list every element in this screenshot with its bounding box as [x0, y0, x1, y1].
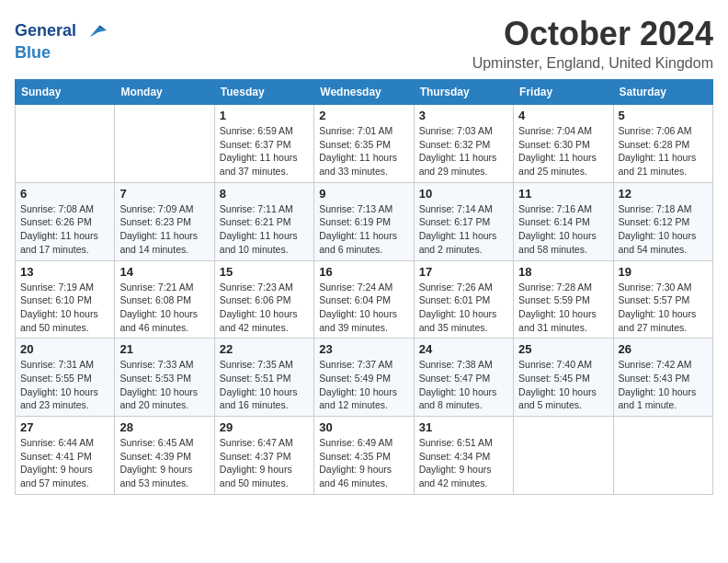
day-number: 17 — [419, 265, 508, 279]
logo-bird-icon — [83, 18, 108, 44]
day-info: Sunrise: 6:51 AMSunset: 4:34 PMDaylight:… — [419, 436, 508, 490]
calendar-cell: 26Sunrise: 7:42 AMSunset: 5:43 PMDayligh… — [613, 339, 712, 417]
calendar-cell: 4Sunrise: 7:04 AMSunset: 6:30 PMDaylight… — [514, 105, 613, 183]
day-info: Sunrise: 7:40 AMSunset: 5:45 PMDaylight:… — [518, 358, 608, 412]
day-number: 11 — [518, 187, 608, 201]
calendar-cell: 10Sunrise: 7:14 AMSunset: 6:17 PMDayligh… — [414, 182, 513, 260]
day-info: Sunrise: 6:45 AMSunset: 4:39 PMDaylight:… — [119, 436, 209, 490]
calendar-cell: 19Sunrise: 7:30 AMSunset: 5:57 PMDayligh… — [613, 260, 712, 339]
calendar-cell — [16, 105, 115, 183]
calendar-cell: 16Sunrise: 7:24 AMSunset: 6:04 PMDayligh… — [314, 260, 414, 339]
weekday-header-saturday: Saturday — [613, 80, 712, 105]
day-info: Sunrise: 6:49 AMSunset: 4:35 PMDaylight:… — [319, 436, 408, 490]
title-area: October 2024 Upminster, England, United … — [472, 15, 713, 72]
calendar-week-row: 27Sunrise: 6:44 AMSunset: 4:41 PMDayligh… — [16, 417, 713, 495]
day-info: Sunrise: 7:37 AMSunset: 5:49 PMDaylight:… — [319, 358, 408, 412]
day-number: 28 — [119, 420, 209, 434]
weekday-header-friday: Friday — [514, 80, 613, 105]
calendar-cell: 9Sunrise: 7:13 AMSunset: 6:19 PMDaylight… — [314, 182, 414, 260]
day-number: 21 — [119, 342, 209, 356]
calendar-cell: 23Sunrise: 7:37 AMSunset: 5:49 PMDayligh… — [314, 339, 414, 417]
day-info: Sunrise: 7:19 AMSunset: 6:10 PMDaylight:… — [20, 281, 109, 335]
day-number: 6 — [20, 187, 109, 201]
calendar-cell — [115, 105, 214, 183]
weekday-header-thursday: Thursday — [414, 80, 513, 105]
calendar-cell: 20Sunrise: 7:31 AMSunset: 5:55 PMDayligh… — [16, 339, 115, 417]
day-info: Sunrise: 7:30 AMSunset: 5:57 PMDaylight:… — [619, 281, 708, 335]
day-info: Sunrise: 7:23 AMSunset: 6:06 PMDaylight:… — [220, 281, 309, 335]
day-info: Sunrise: 7:26 AMSunset: 6:01 PMDaylight:… — [419, 281, 508, 335]
day-number: 15 — [220, 265, 309, 279]
day-info: Sunrise: 7:06 AMSunset: 6:28 PMDaylight:… — [619, 124, 708, 178]
day-info: Sunrise: 7:11 AMSunset: 6:21 PMDaylight:… — [220, 202, 309, 257]
day-info: Sunrise: 7:42 AMSunset: 5:43 PMDaylight:… — [619, 358, 708, 412]
day-number: 16 — [319, 265, 408, 279]
calendar-cell: 29Sunrise: 6:47 AMSunset: 4:37 PMDayligh… — [214, 417, 313, 495]
calendar-cell: 8Sunrise: 7:11 AMSunset: 6:21 PMDaylight… — [214, 182, 313, 260]
day-number: 29 — [220, 420, 309, 434]
day-info: Sunrise: 7:24 AMSunset: 6:04 PMDaylight:… — [319, 281, 408, 335]
calendar-week-row: 6Sunrise: 7:08 AMSunset: 6:26 PMDaylight… — [16, 182, 713, 260]
calendar-cell: 12Sunrise: 7:18 AMSunset: 6:12 PMDayligh… — [613, 182, 712, 260]
calendar-cell: 17Sunrise: 7:26 AMSunset: 6:01 PMDayligh… — [414, 260, 513, 339]
day-info: Sunrise: 7:09 AMSunset: 6:23 PMDaylight:… — [119, 202, 209, 257]
calendar-cell: 27Sunrise: 6:44 AMSunset: 4:41 PMDayligh… — [16, 417, 115, 495]
day-number: 10 — [419, 187, 508, 201]
calendar-cell: 30Sunrise: 6:49 AMSunset: 4:35 PMDayligh… — [314, 417, 414, 495]
calendar-cell: 11Sunrise: 7:16 AMSunset: 6:14 PMDayligh… — [514, 182, 613, 260]
calendar-cell: 25Sunrise: 7:40 AMSunset: 5:45 PMDayligh… — [514, 339, 613, 417]
calendar-week-row: 20Sunrise: 7:31 AMSunset: 5:55 PMDayligh… — [16, 339, 713, 417]
logo-line2: Blue — [15, 44, 108, 63]
day-info: Sunrise: 7:21 AMSunset: 6:08 PMDaylight:… — [119, 281, 209, 335]
page-header: General Blue October 2024 Upminster, Eng… — [15, 15, 713, 72]
calendar-cell: 15Sunrise: 7:23 AMSunset: 6:06 PMDayligh… — [214, 260, 313, 339]
logo: General Blue — [15, 18, 108, 63]
day-number: 19 — [619, 265, 708, 279]
day-number: 18 — [518, 265, 608, 279]
day-number: 14 — [119, 265, 209, 279]
calendar-cell — [514, 417, 613, 495]
day-info: Sunrise: 7:14 AMSunset: 6:17 PMDaylight:… — [419, 202, 508, 257]
day-info: Sunrise: 6:47 AMSunset: 4:37 PMDaylight:… — [220, 436, 309, 490]
day-number: 22 — [220, 342, 309, 356]
calendar-cell: 5Sunrise: 7:06 AMSunset: 6:28 PMDaylight… — [613, 105, 712, 183]
calendar-cell: 13Sunrise: 7:19 AMSunset: 6:10 PMDayligh… — [16, 260, 115, 339]
weekday-header-tuesday: Tuesday — [214, 80, 313, 105]
day-number: 23 — [319, 342, 408, 356]
day-info: Sunrise: 7:04 AMSunset: 6:30 PMDaylight:… — [518, 124, 608, 178]
day-number: 20 — [20, 342, 109, 356]
calendar-cell: 3Sunrise: 7:03 AMSunset: 6:32 PMDaylight… — [414, 105, 513, 183]
weekday-header-row: SundayMondayTuesdayWednesdayThursdayFrid… — [16, 80, 713, 105]
calendar-week-row: 1Sunrise: 6:59 AMSunset: 6:37 PMDaylight… — [16, 105, 713, 183]
calendar-cell: 2Sunrise: 7:01 AMSunset: 6:35 PMDaylight… — [314, 105, 414, 183]
calendar-week-row: 13Sunrise: 7:19 AMSunset: 6:10 PMDayligh… — [16, 260, 713, 339]
calendar-cell: 31Sunrise: 6:51 AMSunset: 4:34 PMDayligh… — [414, 417, 513, 495]
day-number: 1 — [220, 109, 309, 122]
day-number: 12 — [619, 187, 708, 201]
day-number: 9 — [319, 187, 408, 201]
day-number: 26 — [619, 342, 708, 356]
day-info: Sunrise: 7:13 AMSunset: 6:19 PMDaylight:… — [319, 202, 408, 257]
calendar-cell: 7Sunrise: 7:09 AMSunset: 6:23 PMDaylight… — [115, 182, 214, 260]
calendar-cell: 24Sunrise: 7:38 AMSunset: 5:47 PMDayligh… — [414, 339, 513, 417]
day-info: Sunrise: 7:38 AMSunset: 5:47 PMDaylight:… — [419, 358, 508, 412]
calendar-cell: 1Sunrise: 6:59 AMSunset: 6:37 PMDaylight… — [214, 105, 313, 183]
day-info: Sunrise: 7:18 AMSunset: 6:12 PMDaylight:… — [619, 202, 708, 257]
calendar-cell — [613, 417, 712, 495]
day-number: 30 — [319, 420, 408, 434]
weekday-header-wednesday: Wednesday — [314, 80, 414, 105]
day-info: Sunrise: 7:01 AMSunset: 6:35 PMDaylight:… — [319, 124, 408, 178]
calendar-cell: 14Sunrise: 7:21 AMSunset: 6:08 PMDayligh… — [115, 260, 214, 339]
location-title: Upminster, England, United Kingdom — [472, 55, 713, 72]
day-number: 4 — [518, 109, 608, 122]
day-info: Sunrise: 6:59 AMSunset: 6:37 PMDaylight:… — [220, 124, 309, 178]
day-info: Sunrise: 7:28 AMSunset: 5:59 PMDaylight:… — [518, 281, 608, 335]
day-info: Sunrise: 7:16 AMSunset: 6:14 PMDaylight:… — [518, 202, 608, 257]
calendar-cell: 18Sunrise: 7:28 AMSunset: 5:59 PMDayligh… — [514, 260, 613, 339]
logo-line1: General — [15, 18, 108, 44]
day-info: Sunrise: 7:03 AMSunset: 6:32 PMDaylight:… — [419, 124, 508, 178]
day-info: Sunrise: 6:44 AMSunset: 4:41 PMDaylight:… — [20, 436, 109, 490]
day-info: Sunrise: 7:35 AMSunset: 5:51 PMDaylight:… — [220, 358, 309, 412]
day-number: 25 — [518, 342, 608, 356]
weekday-header-monday: Monday — [115, 80, 214, 105]
